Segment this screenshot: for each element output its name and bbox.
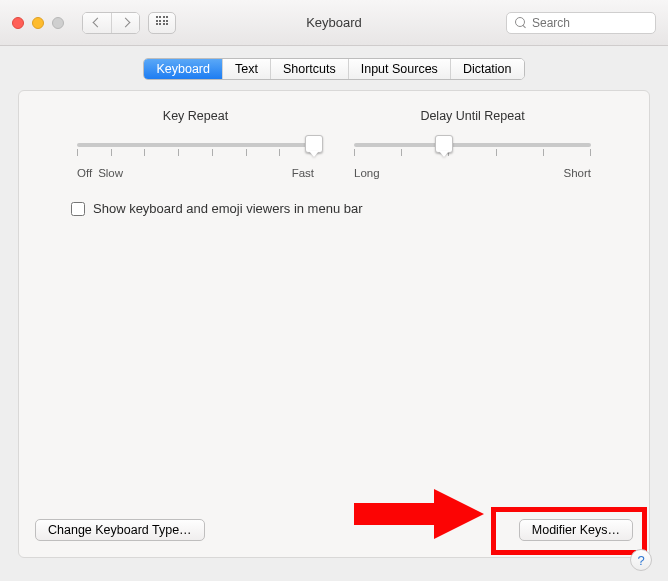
tab-text[interactable]: Text xyxy=(222,59,270,79)
tabs: Keyboard Text Shortcuts Input Sources Di… xyxy=(143,58,524,80)
menu-bar-viewers-checkbox[interactable] xyxy=(71,202,85,216)
delay-repeat-title: Delay Until Repeat xyxy=(354,109,591,123)
delay-long-label: Long xyxy=(354,167,380,179)
delay-repeat-slider[interactable] xyxy=(354,135,591,161)
annotation-arrow-icon xyxy=(354,489,484,539)
chevron-right-icon xyxy=(121,18,131,28)
search-input[interactable] xyxy=(532,16,647,30)
search-icon xyxy=(515,17,526,28)
grid-icon xyxy=(156,16,169,29)
slider-knob[interactable] xyxy=(435,135,453,153)
window-controls xyxy=(12,17,64,29)
key-repeat-fast-label: Fast xyxy=(292,167,314,179)
search-field[interactable] xyxy=(506,12,656,34)
change-keyboard-type-button[interactable]: Change Keyboard Type… xyxy=(35,519,205,541)
back-button[interactable] xyxy=(83,13,111,33)
tab-input-sources[interactable]: Input Sources xyxy=(348,59,450,79)
key-repeat-off-label: Off xyxy=(77,167,92,179)
minimize-icon[interactable] xyxy=(32,17,44,29)
key-repeat-slider[interactable] xyxy=(77,135,314,161)
key-repeat-title: Key Repeat xyxy=(77,109,314,123)
modifier-keys-button[interactable]: Modifier Keys… xyxy=(519,519,633,541)
zoom-icon xyxy=(52,17,64,29)
all-prefs-button[interactable] xyxy=(148,12,176,34)
keyboard-pane: Key Repeat Off Slow Fast Delay Until Rep… xyxy=(18,90,650,558)
content-area: Keyboard Text Shortcuts Input Sources Di… xyxy=(0,46,668,581)
nav-back-forward xyxy=(82,12,140,34)
titlebar: Keyboard xyxy=(0,0,668,46)
menu-bar-viewers-row[interactable]: Show keyboard and emoji viewers in menu … xyxy=(71,201,621,216)
menu-bar-viewers-label: Show keyboard and emoji viewers in menu … xyxy=(93,201,363,216)
tab-dictation[interactable]: Dictation xyxy=(450,59,524,79)
close-icon[interactable] xyxy=(12,17,24,29)
tab-keyboard[interactable]: Keyboard xyxy=(144,59,222,79)
delay-short-label: Short xyxy=(564,167,592,179)
chevron-left-icon xyxy=(92,18,102,28)
forward-button[interactable] xyxy=(111,13,139,33)
help-button[interactable]: ? xyxy=(630,549,652,571)
slider-knob[interactable] xyxy=(305,135,323,153)
key-repeat-block: Key Repeat Off Slow Fast xyxy=(77,109,314,179)
delay-repeat-block: Delay Until Repeat Long Short xyxy=(354,109,591,179)
tab-shortcuts[interactable]: Shortcuts xyxy=(270,59,348,79)
key-repeat-slow-label: Slow xyxy=(98,167,123,179)
svg-marker-0 xyxy=(354,489,484,539)
